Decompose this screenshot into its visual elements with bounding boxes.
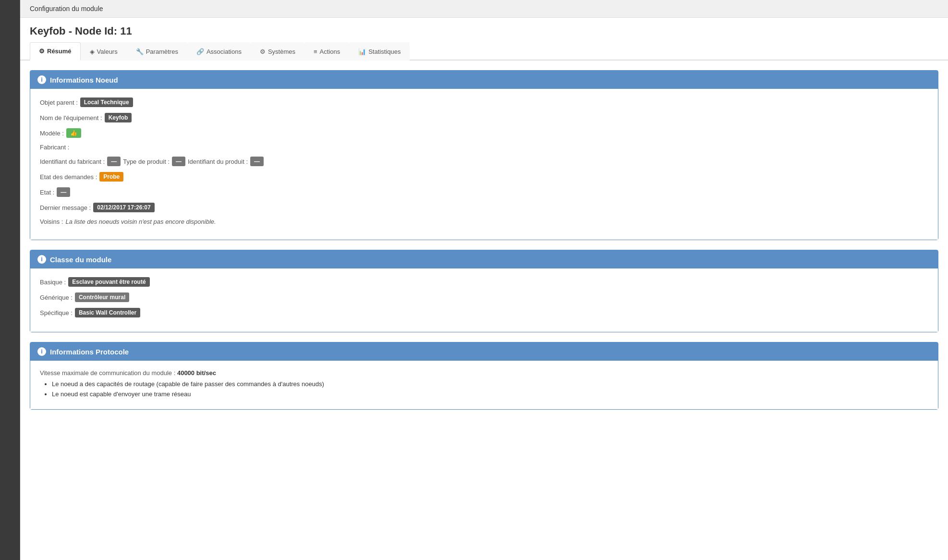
row-objet-parent: Objet parent : Local Technique [40,97,928,107]
row-voisins: Voisins : La liste des noeuds voisin n'e… [40,218,928,225]
section-classe-header: i Classe du module [30,250,938,268]
row-dernier-message: Dernier message : 02/12/2017 17:26:07 [40,203,928,212]
modele-icon: 👍 [66,128,81,138]
row-fabricant: Fabricant : [40,144,928,151]
tab-associations-icon: 🔗 [196,48,204,55]
etat-label: Etat : [40,189,54,196]
tab-resume-label: Résumé [47,48,72,55]
modele-label: Modèle : [40,130,64,137]
tab-actions[interactable]: ≡ Actions [304,42,349,61]
section-node: i Informations Noeud Objet parent : Loca… [30,70,938,240]
capacite-item-0: Le noeud a des capacités de routage (cap… [52,380,928,388]
tab-actions-icon: ≡ [314,48,317,55]
section-classe-icon: i [37,255,46,264]
generique-label: Générique : [40,294,73,301]
dernier-message-value: 02/12/2017 17:26:07 [93,203,154,212]
page-header-title: Configuration du module [30,5,103,12]
basique-label: Basique : [40,279,66,286]
tab-valeurs-icon: ◈ [90,48,95,55]
identifiant-produit-value: — [250,157,264,166]
tab-actions-label: Actions [320,48,340,55]
basique-value: Esclave pouvant être routé [68,277,149,287]
tab-parametres-label: Paramètres [146,48,178,55]
row-specifique: Spécifique : Basic Wall Controller [40,308,928,317]
section-classe-title: Classe du module [50,256,111,264]
tab-systemes-icon: ⚙ [260,48,266,55]
type-produit-label: Type de produit : [123,158,170,165]
row-identifiants: Identifiant du fabricant : — Type de pro… [40,157,928,166]
row-nom-equipement: Nom de l'équipement : Keyfob [40,113,928,122]
section-protocole-icon: i [37,347,46,356]
identifiant-produit-label: Identifiant du produit : [188,158,248,165]
fabricant-label: Fabricant : [40,144,69,151]
row-modele: Modèle : 👍 [40,128,928,138]
node-title: Keyfob - Node Id: 11 [20,18,948,42]
section-protocole-header: i Informations Protocole [30,342,938,361]
vitesse-value: 40000 bit/sec [177,369,216,377]
section-node-title: Informations Noeud [50,76,118,84]
section-protocole-title: Informations Protocole [50,348,129,356]
tab-valeurs[interactable]: ◈ Valeurs [81,42,127,61]
nom-equipement-value: Keyfob [105,113,132,122]
row-basique: Basique : Esclave pouvant être routé [40,277,928,287]
section-node-header: i Informations Noeud [30,71,938,89]
objet-parent-value: Local Technique [80,97,133,107]
row-etat-demandes: Etat des demandes : Probe [40,172,928,182]
voisins-label: Voisins : [40,218,63,225]
etat-demandes-label: Etat des demandes : [40,173,97,181]
tab-resume[interactable]: ⚙ Résumé [30,42,81,61]
content-area: i Informations Noeud Objet parent : Loca… [20,61,948,560]
row-etat: Etat : — [40,187,928,197]
tabs-bar: ⚙ Résumé ◈ Valeurs 🔧 Paramètres 🔗 Associ… [20,42,948,61]
main-content: Configuration du module Keyfob - Node Id… [20,0,948,560]
tab-associations-label: Associations [207,48,242,55]
tab-statistiques-label: Statistiques [368,48,401,55]
generique-value: Contrôleur mural [75,292,129,302]
nom-equipement-label: Nom de l'équipement : [40,114,102,122]
tab-systemes-label: Systèmes [268,48,295,55]
page-header: Configuration du module [20,0,948,18]
identifiant-fabricant-value: — [107,157,121,166]
tab-parametres[interactable]: 🔧 Paramètres [127,42,187,61]
section-classe: i Classe du module Basique : Esclave pou… [30,250,938,332]
specifique-label: Spécifique : [40,309,73,317]
sidebar [0,0,20,560]
capacites-list: Le noeud a des capacités de routage (cap… [40,380,928,398]
section-classe-body: Basique : Esclave pouvant être routé Gén… [30,268,938,332]
dernier-message-label: Dernier message : [40,204,91,211]
identifiant-fabricant-label: Identifiant du fabricant : [40,158,105,165]
section-node-icon: i [37,75,46,84]
etat-value: — [57,187,70,197]
tab-systemes[interactable]: ⚙ Systèmes [251,42,304,61]
vitesse-row: Vitesse maximale de communication du mod… [40,369,928,377]
type-produit-value: — [172,157,185,166]
row-generique: Générique : Contrôleur mural [40,292,928,302]
section-node-body: Objet parent : Local Technique Nom de l'… [30,89,938,240]
tab-parametres-icon: 🔧 [136,48,144,55]
etat-demandes-value: Probe [99,172,123,182]
tab-resume-icon: ⚙ [39,48,45,55]
section-protocole-body: Vitesse maximale de communication du mod… [30,361,938,409]
voisins-value: La liste des noeuds voisin n'est pas enc… [65,218,216,225]
specifique-value: Basic Wall Controller [75,308,140,317]
section-protocole: i Informations Protocole Vitesse maximal… [30,342,938,410]
tab-statistiques-icon: 📊 [358,48,366,55]
objet-parent-label: Objet parent : [40,99,78,106]
tab-associations[interactable]: 🔗 Associations [187,42,251,61]
tab-statistiques[interactable]: 📊 Statistiques [349,42,410,61]
capacite-item-1: Le noeud est capable d'envoyer une trame… [52,390,928,398]
tab-valeurs-label: Valeurs [97,48,118,55]
vitesse-label: Vitesse maximale de communication du mod… [40,369,175,377]
